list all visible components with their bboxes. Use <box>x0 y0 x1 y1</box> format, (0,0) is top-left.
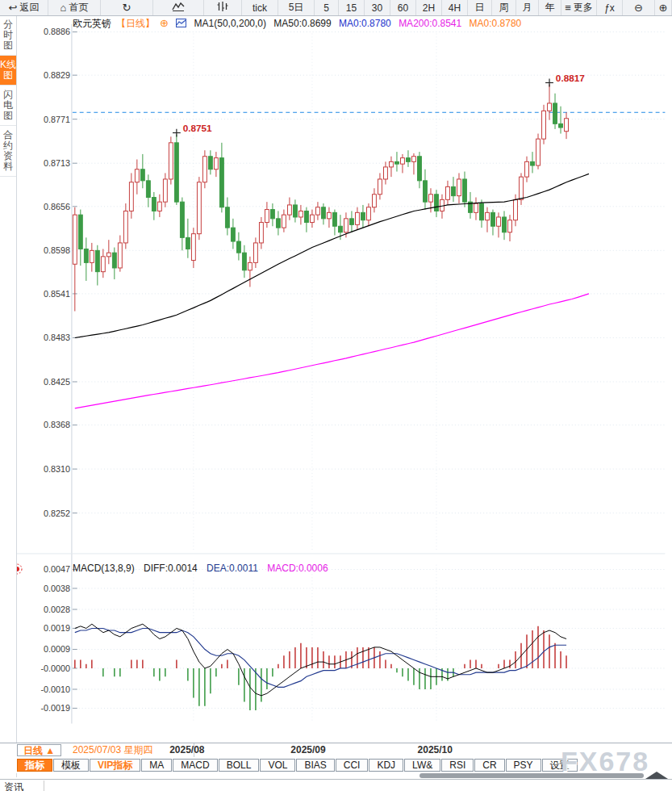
scrollbar-thumb[interactable] <box>419 773 644 778</box>
tab-CR[interactable]: CR <box>474 759 504 772</box>
period-month-button[interactable]: 月 <box>516 0 539 15</box>
candle <box>486 212 490 220</box>
candle <box>106 253 111 257</box>
candle <box>514 199 518 220</box>
sidebar-item-1[interactable]: K线图 <box>0 56 16 86</box>
top-toolbar: ↩返回⌂首页↻tick5日51530602H4H日周月年≡更多ƒx⊖⊕ <box>0 0 672 16</box>
tab-CCI[interactable]: CCI <box>336 759 369 772</box>
ma0-orange-value: MA0:0.8780 <box>470 18 522 29</box>
candle <box>78 215 82 249</box>
candle <box>407 158 411 162</box>
tab-BOLL[interactable]: BOLL <box>219 759 260 772</box>
news-tab[interactable]: 资讯 <box>0 781 44 791</box>
dea-line <box>75 628 566 687</box>
period-30-button[interactable]: 30 <box>365 0 390 15</box>
price-axis-label: 0.8771 <box>44 115 70 124</box>
candle <box>140 170 144 181</box>
zoom-in-icon: ⊕ <box>659 2 668 13</box>
tab-LW&[interactable]: LW& <box>404 759 440 772</box>
period-2h-button-label: 2H <box>423 2 435 14</box>
candle <box>265 210 269 223</box>
scrollbar-arrow-icon[interactable] <box>645 772 668 779</box>
candle <box>84 249 88 262</box>
period-tick-button[interactable]: tick <box>242 0 278 15</box>
candlestick-chart[interactable]: 0.88860.88290.87710.87130.86560.85980.85… <box>0 15 672 743</box>
candle <box>412 157 416 162</box>
tab-模板[interactable]: 模板 <box>53 759 89 772</box>
price-axis-label: 0.8541 <box>44 289 70 299</box>
tab-VOL[interactable]: VOL <box>260 759 295 772</box>
sidebar-item-0[interactable]: 分时图 <box>0 15 16 56</box>
refresh-button[interactable]: ↻ <box>101 0 153 15</box>
candle <box>332 212 336 226</box>
candle <box>101 257 105 272</box>
tab-VIP指标[interactable]: VIP指标 <box>90 759 140 772</box>
sidebar-item-2[interactable]: 闪电图 <box>0 86 16 126</box>
period-week-button[interactable]: 周 <box>492 0 516 15</box>
candle <box>259 223 263 243</box>
price-axis-label: 0.8310 <box>44 464 70 474</box>
tab-指标[interactable]: 指标 <box>17 759 52 772</box>
tab-PSY[interactable]: PSY <box>506 759 541 772</box>
tab-MA[interactable]: MA <box>141 759 172 772</box>
period-4h-button[interactable]: 4H <box>442 0 468 15</box>
candle <box>531 161 535 165</box>
period-5-button[interactable]: 5 <box>315 0 339 15</box>
candle <box>129 182 133 211</box>
home-button[interactable]: ⌂首页 <box>48 0 101 15</box>
ma0-blue-value: MA0:0.8780 <box>339 18 391 29</box>
tab-设置[interactable]: 设置 <box>542 759 578 772</box>
macd-axis-label: 0.0009 <box>44 644 70 654</box>
candle <box>282 215 286 228</box>
line-chart-icon <box>172 2 185 14</box>
candle <box>395 161 399 164</box>
tab-RSI[interactable]: RSI <box>441 759 474 772</box>
candle <box>480 203 484 220</box>
period-15-button[interactable]: 15 <box>339 0 365 15</box>
tab-BIAS[interactable]: BIAS <box>296 759 334 772</box>
period-5d-button[interactable]: 5日 <box>278 0 315 15</box>
candle <box>310 215 314 222</box>
sidebar-item-3[interactable]: 合约资料 <box>0 126 16 177</box>
candle-chart-button[interactable] <box>204 0 242 15</box>
candle <box>73 215 77 264</box>
price-axis-label: 0.8483 <box>44 333 70 342</box>
candle <box>180 202 184 237</box>
candle <box>384 167 388 179</box>
period-2h-button[interactable]: 2H <box>416 0 442 15</box>
candle <box>559 123 563 128</box>
candle <box>565 119 569 132</box>
back-button[interactable]: ↩返回 <box>0 0 48 15</box>
candle <box>186 237 190 249</box>
more-button[interactable]: ≡更多 <box>561 0 597 15</box>
candle <box>202 157 207 182</box>
period-60-button[interactable]: 60 <box>390 0 416 15</box>
zoom-out-button[interactable]: ⊖ <box>623 0 655 15</box>
candle <box>542 111 546 139</box>
period-year-button[interactable]: 年 <box>539 0 561 15</box>
candle <box>508 220 512 232</box>
candle <box>304 211 308 222</box>
period-selector[interactable]: 日线 ▲ <box>17 744 61 756</box>
candle <box>90 250 94 262</box>
bottom-bar: 资讯 <box>0 779 672 791</box>
candle <box>146 181 150 198</box>
candle <box>355 212 359 224</box>
indicator-tabs: 指标模板VIP指标MAMACDBOLLVOLBIASCCIKDJLW&RSICR… <box>0 757 672 773</box>
period-day-button[interactable]: 日 <box>468 0 492 15</box>
candle <box>366 207 370 220</box>
price-axis-label: 0.8656 <box>44 202 70 211</box>
diff-line <box>75 624 566 696</box>
line-chart-button[interactable] <box>153 0 204 15</box>
candle <box>344 219 348 232</box>
candle <box>242 253 246 270</box>
tab-KDJ[interactable]: KDJ <box>369 759 403 772</box>
tab-MACD[interactable]: MACD <box>173 759 217 772</box>
period-5d-button-label: 5日 <box>289 1 304 15</box>
candle <box>553 103 557 123</box>
fx-button[interactable]: ƒx <box>597 0 623 15</box>
candle <box>293 205 297 217</box>
add-indicator-icon[interactable]: ⊕ <box>160 17 169 29</box>
candle <box>474 203 478 212</box>
zoom-in-button[interactable]: ⊕ <box>655 0 672 15</box>
